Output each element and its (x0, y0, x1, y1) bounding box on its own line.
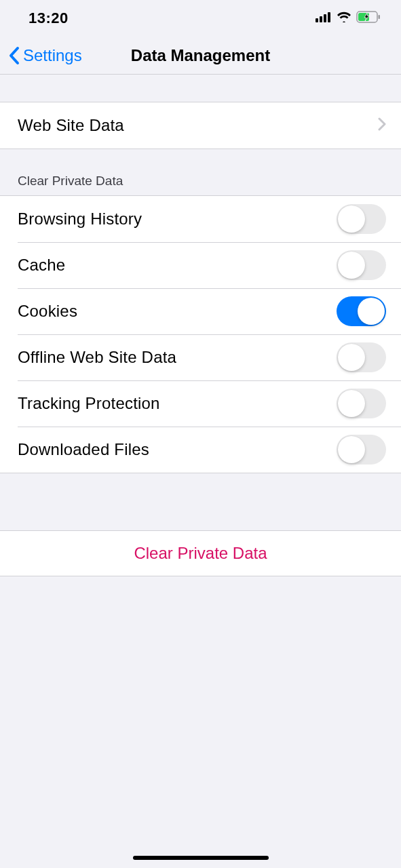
website-data-row[interactable]: Web Site Data (0, 102, 401, 149)
battery-icon (356, 11, 381, 26)
toggle-row: Cache (0, 242, 401, 288)
website-data-list: Web Site Data (0, 102, 401, 149)
row-label: Offline Web Site Data (18, 348, 176, 367)
row-label: Browsing History (18, 210, 142, 229)
status-icons (316, 11, 381, 26)
home-indicator (133, 856, 269, 860)
svg-rect-5 (379, 15, 381, 19)
row-label: Cookies (18, 302, 77, 321)
action-label: Clear Private Data (134, 544, 267, 563)
row-label: Tracking Protection (18, 394, 160, 413)
toggle-knob (358, 298, 385, 325)
cellular-icon (316, 12, 332, 25)
row-label: Cache (18, 256, 65, 275)
toggle-row: Cookies (0, 288, 401, 334)
toggle-switch[interactable] (337, 296, 386, 326)
toggle-knob (338, 205, 365, 233)
chevron-left-icon (8, 46, 20, 65)
svg-rect-2 (324, 14, 326, 22)
toggle-row: Downloaded Files (0, 427, 401, 473)
toggle-row: Offline Web Site Data (0, 334, 401, 380)
wifi-icon (337, 12, 351, 25)
back-label: Settings (23, 46, 82, 65)
toggle-switch[interactable] (337, 389, 386, 418)
toggle-knob (338, 390, 365, 417)
clear-section-header: Clear Private Data (0, 149, 401, 195)
chevron-right-icon (378, 117, 386, 134)
status-time: 13:20 (28, 9, 69, 27)
toggle-switch[interactable] (337, 204, 386, 234)
clear-section-list: Browsing HistoryCacheCookiesOffline Web … (0, 195, 401, 473)
clear-private-data-button[interactable]: Clear Private Data (0, 530, 401, 576)
back-button[interactable]: Settings (8, 46, 82, 65)
toggle-knob (338, 436, 365, 463)
svg-rect-3 (328, 12, 330, 22)
row-label: Web Site Data (18, 116, 124, 135)
toggle-switch[interactable] (337, 435, 386, 465)
svg-rect-0 (316, 18, 318, 22)
toggle-knob (338, 344, 365, 371)
toggle-knob (338, 252, 365, 279)
status-bar: 13:20 (0, 0, 401, 37)
row-label: Downloaded Files (18, 440, 149, 459)
toggle-row: Tracking Protection (0, 380, 401, 427)
toggle-row: Browsing History (0, 196, 401, 242)
toggle-switch[interactable] (337, 342, 386, 372)
toggle-switch[interactable] (337, 250, 386, 280)
page-title: Data Management (131, 46, 270, 65)
svg-rect-1 (320, 16, 322, 22)
nav-bar: Settings Data Management (0, 37, 401, 75)
